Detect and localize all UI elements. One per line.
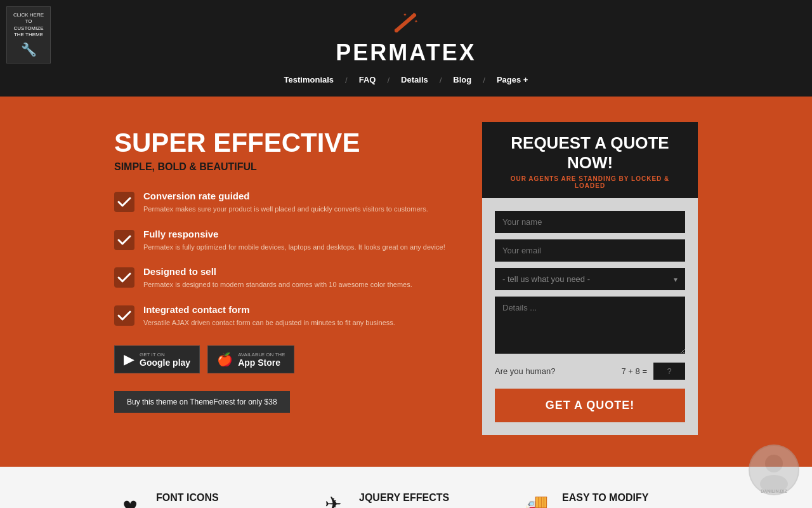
app-store-text: AVAILABLE ON THE App Store — [238, 352, 285, 368]
nav-blog[interactable]: Blog — [442, 72, 483, 89]
bottom-feature-content-3: EASY TO MODIFY An all-around, well built… — [562, 492, 698, 508]
bottom-section: ♥ FONT ICONS An all-around, well built, … — [0, 467, 812, 508]
google-play-get-it-label: GET IT ON — [140, 352, 190, 358]
svg-rect-6 — [114, 230, 134, 250]
email-input[interactable] — [495, 239, 685, 262]
app-store-name: App Store — [238, 358, 285, 368]
math-problem: 7 + 8 = — [622, 366, 647, 376]
bottom-feature-1: ♥ FONT ICONS An all-around, well built, … — [114, 492, 292, 508]
site-title: PERMATEX — [0, 39, 812, 66]
nav-details[interactable]: Details — [390, 72, 440, 89]
feature-text-2: Fully responsive Permatex is fully optim… — [143, 229, 445, 253]
wrench-icon: 🔧 — [11, 41, 46, 58]
check-icon-4 — [114, 305, 134, 326]
svg-point-1 — [395, 29, 398, 32]
feature-desc-3: Permatex is designed to modern standards… — [143, 279, 412, 290]
quote-form-col: REQUEST A QUOTE NOW! OUR AGENTS ARE STAN… — [482, 122, 698, 435]
main-nav: Testimonials / FAQ / Details / Blog / Pa… — [0, 72, 812, 89]
check-icon-2 — [114, 230, 134, 250]
svg-rect-5 — [114, 192, 134, 212]
bottom-feature-2: ✈ JQUERY EFFECTS An all-around, well bui… — [317, 492, 495, 508]
svg-text:✦: ✦ — [403, 12, 407, 18]
feature-item-3: Designed to sell Permatex is designed to… — [114, 266, 457, 290]
theme-forest-button[interactable]: Buy this theme on ThemeForest for only $… — [114, 391, 290, 413]
need-select[interactable]: - tell us what you need - — [495, 268, 685, 290]
bottom-feature-title-1: FONT ICONS — [156, 492, 292, 504]
quote-header: REQUEST A QUOTE NOW! OUR AGENTS ARE STAN… — [482, 122, 698, 198]
details-textarea[interactable] — [495, 297, 685, 354]
quote-title: REQUEST A QUOTE NOW! — [495, 133, 685, 173]
customize-button[interactable]: CLICK HERE TO CUSTOMIZE THE THEME 🔧 — [6, 6, 51, 64]
quote-form: - tell us what you need - Are you human?… — [482, 198, 698, 435]
need-select-wrapper: - tell us what you need - — [495, 268, 685, 290]
human-label: Are you human? — [495, 366, 615, 376]
svg-text:✦: ✦ — [414, 19, 418, 23]
watermark: DANILIN.BIZ — [749, 444, 799, 495]
feature-desc-4: Versatile AJAX driven contact form can b… — [143, 318, 395, 328]
app-store-button[interactable]: 🍎 AVAILABLE ON THE App Store — [207, 345, 294, 373]
feature-text-4: Integrated contact form Versatile AJAX d… — [143, 304, 395, 328]
truck-icon: 🚚 — [520, 492, 552, 508]
main-section: SUPER EFFECTIVE SIMPLE, BOLD & BEAUTIFUL… — [0, 97, 812, 467]
bottom-feature-content-2: JQUERY EFFECTS An all-around, well built… — [359, 492, 495, 508]
svg-text:DANILIN.BIZ: DANILIN.BIZ — [761, 489, 787, 493]
feature-text-3: Designed to sell Permatex is designed to… — [143, 266, 412, 290]
feature-title-2: Fully responsive — [143, 229, 445, 239]
logo-wand-icon: ✦ ✦ ✦ — [390, 11, 422, 34]
feature-desc-2: Permatex is fully optimized for mobile d… — [143, 242, 445, 253]
hero-subtitle: SIMPLE, BOLD & BEAUTIFUL — [114, 161, 457, 173]
svg-rect-7 — [114, 267, 134, 288]
nav-testimonials[interactable]: Testimonials — [273, 72, 346, 89]
hero-left-col: SUPER EFFECTIVE SIMPLE, BOLD & BEAUTIFUL… — [114, 122, 457, 435]
math-answer-input[interactable] — [653, 363, 685, 380]
bottom-feature-3: 🚚 EASY TO MODIFY An all-around, well bui… — [520, 492, 698, 508]
apple-icon: 🍎 — [217, 352, 233, 367]
human-check-row: Are you human? 7 + 8 = — [495, 363, 685, 380]
bottom-features-container: ♥ FONT ICONS An all-around, well built, … — [89, 492, 723, 508]
google-play-icon: ▶ — [124, 351, 134, 368]
bottom-feature-title-3: EASY TO MODIFY — [562, 492, 698, 504]
svg-rect-8 — [114, 305, 134, 326]
nav-faq[interactable]: FAQ — [348, 72, 388, 89]
site-header: CLICK HERE TO CUSTOMIZE THE THEME 🔧 ✦ ✦ … — [0, 0, 812, 97]
get-quote-button[interactable]: GET A QUOTE! — [495, 389, 685, 422]
feature-item-1: Conversion rate guided Permatex makes su… — [114, 190, 457, 215]
quote-box: REQUEST A QUOTE NOW! OUR AGENTS ARE STAN… — [482, 122, 698, 435]
app-store-get-it-label: AVAILABLE ON THE — [238, 352, 285, 358]
google-play-text: GET IT ON Google play — [140, 352, 190, 368]
nav-pages[interactable]: Pages + — [485, 72, 540, 89]
feature-item-2: Fully responsive Permatex is fully optim… — [114, 229, 457, 253]
name-input[interactable] — [495, 211, 685, 233]
plane-icon: ✈ — [317, 492, 349, 508]
bottom-feature-title-2: JQUERY EFFECTS — [359, 492, 495, 504]
bottom-feature-content-1: FONT ICONS An all-around, well built, cl… — [156, 492, 292, 508]
feature-item-4: Integrated contact form Versatile AJAX d… — [114, 304, 457, 328]
google-play-name: Google play — [140, 358, 190, 368]
google-play-button[interactable]: ▶ GET IT ON Google play — [114, 345, 200, 373]
check-icon-3 — [114, 267, 134, 288]
feature-title-3: Designed to sell — [143, 266, 412, 277]
hero-title: SUPER EFFECTIVE — [114, 128, 457, 157]
customize-label: CLICK HERE TO CUSTOMIZE THE THEME — [11, 12, 46, 39]
app-buttons-row: ▶ GET IT ON Google play 🍎 AVAILABLE ON T… — [114, 345, 457, 373]
svg-point-10 — [765, 455, 783, 472]
feature-text-1: Conversion rate guided Permatex makes su… — [143, 190, 428, 215]
heart-icon: ♥ — [114, 492, 146, 508]
feature-title-1: Conversion rate guided — [143, 190, 428, 201]
feature-title-4: Integrated contact form — [143, 304, 395, 315]
logo-area: ✦ ✦ ✦ PERMATEX — [0, 11, 812, 66]
quote-subtitle: OUR AGENTS ARE STANDING BY LOCKED & LOAD… — [495, 175, 685, 189]
feature-desc-1: Permatex makes sure your product is well… — [143, 204, 428, 215]
check-icon-1 — [114, 192, 134, 212]
